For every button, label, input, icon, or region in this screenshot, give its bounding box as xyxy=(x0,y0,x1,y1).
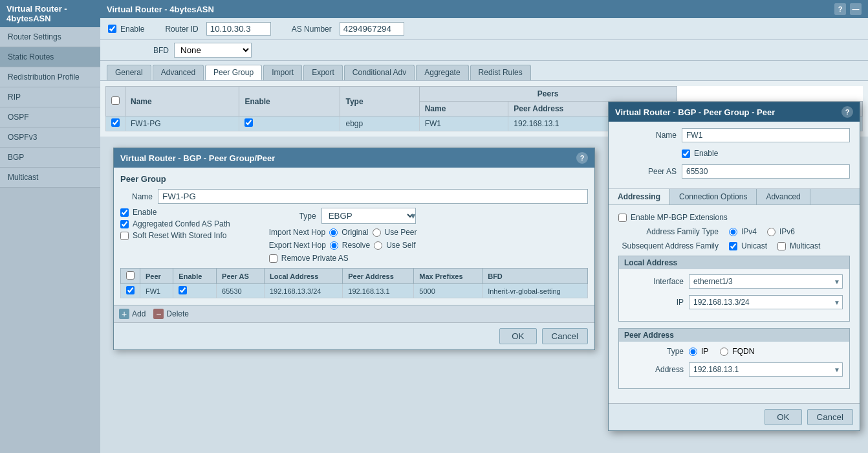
peer-address-row: Address 192.168.13.1 ▼ xyxy=(625,362,843,377)
peer-col-enable: Enable xyxy=(173,269,217,284)
select-all-checkbox[interactable] xyxy=(111,96,120,105)
tab-general[interactable]: General xyxy=(107,65,151,80)
modal-peer-group-body: Peer Group Name FW1-PG Enable Aggregated… xyxy=(114,168,594,305)
bgp-tabs: General Advanced Peer Group Import Expor… xyxy=(100,61,868,81)
enable-checkbox[interactable] xyxy=(108,25,116,33)
sidebar-item-static-routes[interactable]: Static Routes xyxy=(0,47,100,67)
sidebar-item-multicast[interactable]: Multicast xyxy=(0,168,100,188)
peer-address-body: Type IP FQDN Address 192.168.13.1 xyxy=(619,342,849,388)
enable-checkbox-label[interactable]: Enable xyxy=(108,25,144,34)
modal-peer-header: Virtual Router - BGP - Peer Group - Peer… xyxy=(609,102,860,122)
peer-row-max-prefixes: 5000 xyxy=(414,284,483,298)
local-address-title: Local Address xyxy=(619,256,849,269)
ip-select[interactable]: 192.168.13.3/24 xyxy=(689,295,843,309)
peer-col-peer-as: Peer AS xyxy=(217,269,265,284)
tab-peer-group[interactable]: Peer Group xyxy=(205,65,262,80)
inner-tabs: Addressing Connection Options Advanced xyxy=(609,189,860,205)
tab-export[interactable]: Export xyxy=(303,65,343,80)
peer-group-section-label: Peer Group xyxy=(120,174,588,184)
peer-type-fqdn-radio[interactable] xyxy=(720,348,728,356)
tab-aggregate[interactable]: Aggregate xyxy=(416,65,468,80)
modal-peer-help-icon[interactable]: ? xyxy=(841,106,853,118)
tab-addressing[interactable]: Addressing xyxy=(609,189,670,204)
export-use-self-radio[interactable] xyxy=(374,241,382,250)
address-family-type-row: Address Family Type IPv4 IPv6 xyxy=(618,227,850,236)
bfd-select[interactable]: None xyxy=(174,43,252,58)
enable-checkbox-row[interactable]: Enable xyxy=(120,208,230,217)
delete-button[interactable]: − Delete xyxy=(153,309,189,319)
peer-address-select[interactable]: 192.168.13.1 xyxy=(689,362,843,377)
import-original-radio[interactable] xyxy=(329,228,338,237)
peer-row-peer-address: 192.168.13.1 xyxy=(343,284,414,298)
import-use-peer-radio[interactable] xyxy=(373,228,381,237)
peer-as-input[interactable]: 65530 xyxy=(682,164,850,179)
peer-select-all[interactable] xyxy=(126,271,135,280)
multicast-checkbox[interactable] xyxy=(777,242,786,250)
help-icon[interactable]: ? xyxy=(834,3,846,15)
sidebar-title: Virtual Router - 4bytesASN xyxy=(0,0,100,27)
peer-cancel-button[interactable]: Cancel xyxy=(807,409,854,425)
pg-cancel-button[interactable]: Cancel xyxy=(542,328,589,344)
tab-import[interactable]: Import xyxy=(263,65,302,80)
add-button[interactable]: + Add xyxy=(119,309,146,319)
peer-enable-row: Enable xyxy=(618,149,850,158)
peer-row-enable xyxy=(173,284,217,298)
interface-row: Interface ethernet1/3 ▼ xyxy=(625,274,843,289)
peer-row-bfd: Inherit-vr-global-setting xyxy=(483,284,588,298)
pg-enable-checkbox[interactable] xyxy=(120,208,129,217)
peer-row-checkbox[interactable] xyxy=(126,286,135,294)
peer-group-name-input[interactable]: FW1-PG xyxy=(158,189,588,204)
remove-private-as-checkbox[interactable] xyxy=(269,254,277,263)
soft-reset-checkbox-row[interactable]: Soft Reset With Stored Info xyxy=(120,231,230,240)
add-delete-bar: + Add − Delete xyxy=(114,305,594,322)
peer-name-input[interactable]: FW1 xyxy=(682,128,850,142)
sidebar-item-router-settings[interactable]: Router Settings xyxy=(0,27,100,47)
minimize-icon[interactable]: ― xyxy=(850,3,862,15)
col-enable-header: Enable xyxy=(239,87,340,116)
ip-row: IP 192.168.13.3/24 ▼ xyxy=(625,295,843,309)
sidebar-item-redistribution-profile[interactable]: Redistribution Profile xyxy=(0,67,100,87)
tab-advanced[interactable]: Advanced xyxy=(757,189,810,204)
aggregated-checkbox[interactable] xyxy=(120,220,129,228)
peer-name-row: Name FW1 xyxy=(618,128,850,142)
export-resolve-radio[interactable] xyxy=(330,241,338,250)
sidebar-item-ospf[interactable]: OSPF xyxy=(0,107,100,127)
enable-mp-bgp-checkbox[interactable] xyxy=(618,214,627,222)
peer-group-name-row: Name FW1-PG xyxy=(120,189,588,204)
col-type-header: Type xyxy=(340,87,419,116)
sidebar-item-rip[interactable]: RIP xyxy=(0,87,100,107)
sidebar-item-bgp[interactable]: BGP xyxy=(0,148,100,168)
pg-ok-button[interactable]: OK xyxy=(499,328,536,344)
ipv6-radio[interactable] xyxy=(767,228,776,236)
remove-private-as-row[interactable]: Remove Private AS xyxy=(269,254,417,263)
enable-mp-row: Enable MP-BGP Extensions xyxy=(618,213,850,222)
peer-row-local-address: 192.168.13.3/24 xyxy=(264,284,342,298)
modal-help-icon[interactable]: ? xyxy=(576,152,588,164)
peer-table-row[interactable]: FW1 65530 192.168.13.3/24 192.168.13.1 5… xyxy=(121,284,588,298)
col-name-header: Name xyxy=(125,87,239,116)
router-id-input[interactable]: 10.10.30.3 xyxy=(206,22,271,36)
peer-enable-checkbox[interactable] xyxy=(682,149,690,158)
peer-ok-button[interactable]: OK xyxy=(765,409,801,425)
sidebar-item-ospfv3[interactable]: OSPFv3 xyxy=(0,127,100,148)
ipv4-radio[interactable] xyxy=(729,228,737,236)
tab-connection-options[interactable]: Connection Options xyxy=(670,189,757,204)
peer-address-select-wrapper: 192.168.13.1 ▼ xyxy=(689,362,843,377)
tab-redist-rules[interactable]: Redist Rules xyxy=(470,65,531,80)
peer-row-peer-as: 65530 xyxy=(217,284,265,298)
row-checkbox[interactable] xyxy=(111,118,120,127)
col-peer-name-header: Name xyxy=(419,102,508,116)
as-number-input[interactable]: 4294967294 xyxy=(340,22,404,36)
modal-peer-footer: OK Cancel xyxy=(609,403,860,430)
row-type: ebgp xyxy=(340,116,419,131)
tab-advanced[interactable]: Advanced xyxy=(153,65,204,80)
tab-conditional-adv[interactable]: Conditional Adv xyxy=(344,65,415,80)
row-peer-name: FW1 xyxy=(419,116,508,131)
modal-peer-group-footer: OK Cancel xyxy=(114,322,594,349)
aggregated-checkbox-row[interactable]: Aggregated Confed AS Path xyxy=(120,219,230,228)
unicast-checkbox[interactable] xyxy=(729,242,737,250)
peer-type-ip-radio[interactable] xyxy=(689,348,697,356)
type-select[interactable]: EBGP IBGP EBGP-CONFED IBGP-CONFED xyxy=(321,208,416,224)
soft-reset-checkbox[interactable] xyxy=(120,232,129,240)
interface-select[interactable]: ethernet1/3 xyxy=(689,274,843,289)
